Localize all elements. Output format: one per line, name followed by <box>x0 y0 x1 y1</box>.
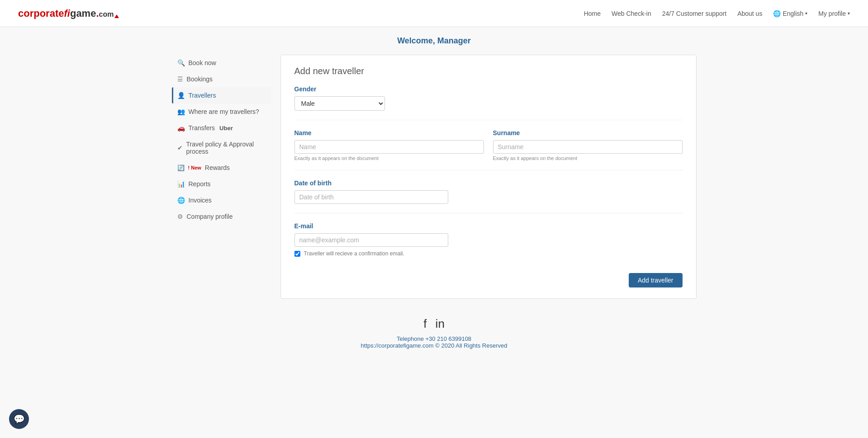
globe-icon: 🌐 <box>773 10 781 17</box>
profile-label: My profile <box>818 10 846 17</box>
search-icon: 🔍 <box>177 59 185 66</box>
where-travellers-icon: 👥 <box>177 108 185 115</box>
sidebar-item-travellers[interactable]: 👤 Travellers <box>172 87 271 104</box>
language-label: English <box>783 10 803 17</box>
dob-input[interactable] <box>294 190 448 204</box>
surname-input[interactable] <box>493 140 683 154</box>
main-content: Add new traveller Gender Male Female Oth… <box>280 55 697 299</box>
chat-button[interactable]: 💬 <box>9 409 29 429</box>
surname-hint: Exactly as it appears on the document <box>493 155 683 161</box>
sidebar-label-transfers: Transfers <box>189 124 215 132</box>
linkedin-icon[interactable]: in <box>436 317 445 330</box>
nav-web-checkin[interactable]: Web Check-in <box>612 10 651 17</box>
welcome-message: Welcome, Manager <box>0 27 868 50</box>
confirmation-checkbox[interactable] <box>294 251 300 257</box>
main-layout: 🔍 Book now ☰ Bookings 👤 Travellers 👥 Whe… <box>163 55 706 299</box>
travellers-icon: 👤 <box>177 92 185 99</box>
email-label: E-mail <box>294 222 683 230</box>
profile-caret-icon: ▾ <box>848 11 850 16</box>
gender-label: Gender <box>294 85 683 93</box>
footer: f in Telephone +30 210 6399108 https://c… <box>0 303 868 358</box>
sidebar-label-travellers: Travellers <box>189 92 216 99</box>
gender-select[interactable]: Male Female Other <box>294 96 385 111</box>
name-hint: Exactly as it appears on the document <box>294 155 484 161</box>
email-section: E-mail Traveller will recieve a confirma… <box>294 213 683 266</box>
sidebar-item-travel-policy[interactable]: ✔ Travel policy & Approval process <box>172 136 271 160</box>
footer-telephone: Telephone +30 210 6399108 <box>0 335 868 342</box>
logo-accent-icon <box>114 14 119 18</box>
footer-website: https://corporatefigame.com © 2020 All R… <box>0 342 868 349</box>
surname-label: Surname <box>493 129 683 137</box>
surname-group: Surname Exactly as it appears on the doc… <box>493 129 683 161</box>
nav-about-us[interactable]: About us <box>737 10 762 17</box>
logo-com-text: com <box>99 10 114 18</box>
dob-label: Date of birth <box>294 179 683 187</box>
sidebar: 🔍 Book now ☰ Bookings 👤 Travellers 👥 Whe… <box>172 55 271 299</box>
sidebar-label-invoices: Invoices <box>189 197 212 204</box>
confirmation-checkbox-row: Traveller will recieve a confirmation em… <box>294 250 683 257</box>
sidebar-item-book-now[interactable]: 🔍 Book now <box>172 55 271 71</box>
footer-social: f in <box>0 317 868 331</box>
facebook-icon[interactable]: f <box>423 317 427 330</box>
sidebar-label-bookings: Bookings <box>187 75 213 83</box>
nav-customer-support[interactable]: 24/7 Customer support <box>662 10 726 17</box>
sidebar-item-invoices[interactable]: 🌐 Invoices <box>172 192 271 208</box>
nav-home[interactable]: Home <box>584 10 601 17</box>
sidebar-item-rewards[interactable]: 🔄 ! New Rewards <box>172 160 271 176</box>
chat-icon: 💬 <box>14 414 25 424</box>
sidebar-label-company-profile: Company profile <box>187 213 233 220</box>
logo-fi-text: fi <box>64 8 70 19</box>
logo[interactable]: corporatefigame.com <box>18 8 119 19</box>
header: corporatefigame.com Home Web Check-in 24… <box>0 0 868 27</box>
dob-section: Date of birth <box>294 170 683 213</box>
new-rewards-badge: ! New <box>188 165 201 170</box>
sidebar-item-transfers[interactable]: 🚗 Transfers Uber <box>172 120 271 136</box>
nav-language[interactable]: 🌐 English ▾ <box>773 10 807 17</box>
name-row: Name Exactly as it appears on the docume… <box>294 129 683 161</box>
sidebar-label-reports: Reports <box>189 180 211 188</box>
top-nav: Home Web Check-in 24/7 Customer support … <box>584 10 850 17</box>
email-input[interactable] <box>294 233 448 247</box>
sidebar-label-rewards: Rewards <box>205 164 230 171</box>
company-profile-icon: ⚙ <box>177 213 183 220</box>
name-section: Name Exactly as it appears on the docume… <box>294 120 683 170</box>
confirmation-label: Traveller will recieve a confirmation em… <box>304 250 404 257</box>
rewards-icon: 🔄 <box>177 165 185 171</box>
footer-links: Telephone +30 210 6399108 https://corpor… <box>0 335 868 349</box>
sidebar-label-book-now: Book now <box>189 59 216 66</box>
invoices-icon: 🌐 <box>177 197 185 204</box>
sidebar-item-reports[interactable]: 📊 Reports <box>172 176 271 192</box>
uber-label: Uber <box>219 125 233 132</box>
reports-icon: 📊 <box>177 180 185 188</box>
language-caret-icon: ▾ <box>805 11 807 16</box>
card-title: Add new traveller <box>294 66 683 76</box>
sidebar-label-where-travellers: Where are my travellers? <box>189 108 259 115</box>
sidebar-label-travel-policy: Travel policy & Approval process <box>186 141 266 155</box>
gender-section: Gender Male Female Other <box>294 85 683 120</box>
name-input[interactable] <box>294 140 484 154</box>
logo-game-text: game <box>70 8 96 19</box>
add-traveller-button[interactable]: Add traveller <box>629 273 683 287</box>
logo-corporate-text: corporate <box>18 8 64 19</box>
sidebar-item-bookings[interactable]: ☰ Bookings <box>172 71 271 87</box>
checkmark-icon: ✔ <box>177 144 183 151</box>
sidebar-item-where-travellers[interactable]: 👥 Where are my travellers? <box>172 104 271 120</box>
transfers-icon: 🚗 <box>177 124 185 132</box>
add-traveller-card: Add new traveller Gender Male Female Oth… <box>280 55 697 299</box>
name-group: Name Exactly as it appears on the docume… <box>294 129 484 161</box>
sidebar-item-company-profile[interactable]: ⚙ Company profile <box>172 208 271 225</box>
form-actions: Add traveller <box>294 273 683 287</box>
bookings-icon: ☰ <box>177 75 183 83</box>
name-label: Name <box>294 129 484 137</box>
nav-my-profile[interactable]: My profile ▾ <box>818 10 850 17</box>
